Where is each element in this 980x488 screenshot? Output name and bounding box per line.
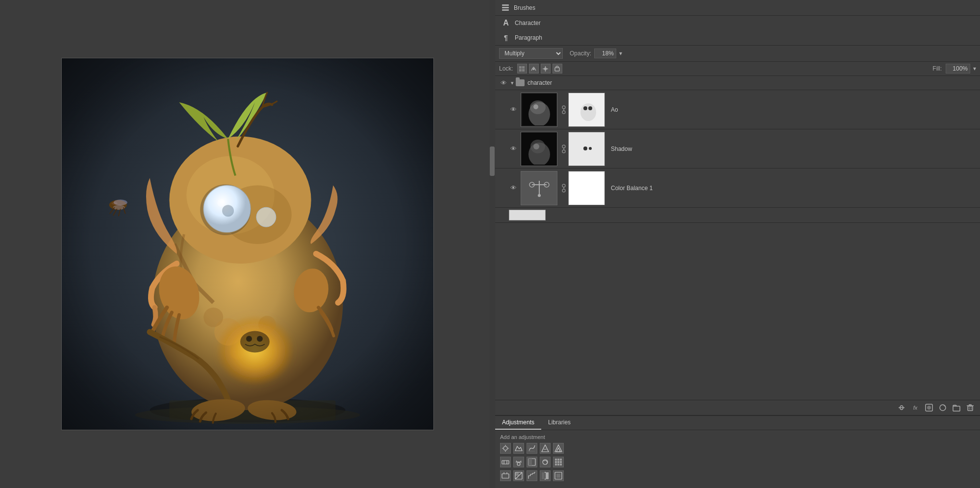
adj-add-label: Add an adjustment — [500, 434, 975, 440]
lock-position-btn[interactable] — [541, 64, 551, 73]
layer-shadow-thumbnail — [521, 132, 557, 166]
svg-point-57 — [580, 103, 596, 121]
opacity-label: Opacity: — [570, 50, 591, 57]
canvas-scrollbar-v[interactable] — [489, 0, 495, 488]
svg-rect-37 — [502, 4, 509, 6]
layer-ao-chain — [560, 105, 567, 114]
group-name: character — [528, 79, 552, 86]
layer-ao-name: Ao — [611, 106, 618, 113]
layer-ao-thumbnail — [521, 93, 557, 127]
svg-point-82 — [927, 406, 931, 410]
svg-rect-125 — [546, 472, 549, 479]
layer-cb-mask — [568, 171, 605, 205]
layer-item-colorbalance[interactable]: 👁 — [495, 169, 980, 208]
paragraph-item[interactable]: ¶ Paragraph — [495, 30, 980, 45]
svg-rect-100 — [502, 461, 509, 464]
adj-bw-icon[interactable] — [527, 457, 537, 467]
svg-rect-48 — [555, 68, 559, 71]
adj-brightness-icon[interactable] — [500, 443, 511, 454]
adj-selectivecolor-icon[interactable] — [553, 470, 564, 481]
blend-row: Multiply Opacity: ▾ — [495, 46, 980, 62]
adj-huesat-icon[interactable] — [500, 457, 511, 467]
adj-curves-icon[interactable] — [527, 443, 537, 454]
brushes-icon — [501, 3, 510, 12]
lock-artboard-btn[interactable] — [553, 64, 562, 73]
artwork-canvas[interactable] — [61, 58, 434, 430]
layer-cb-chain — [560, 184, 567, 193]
fill-input[interactable] — [946, 64, 970, 73]
layers-list[interactable]: 👁 — [495, 90, 980, 400]
svg-point-103 — [517, 463, 520, 465]
svg-rect-85 — [968, 406, 973, 411]
svg-rect-43 — [522, 69, 525, 72]
svg-rect-79 — [570, 172, 604, 204]
svg-rect-111 — [557, 459, 559, 461]
svg-rect-115 — [560, 461, 562, 463]
group-folder-icon — [516, 79, 525, 86]
layer-shadow-name: Shadow — [611, 146, 632, 152]
layer-shadow-visibility[interactable]: 👁 — [509, 145, 518, 153]
svg-point-64 — [562, 145, 565, 148]
brushes-header: Brushes — [495, 0, 980, 16]
adj-colorbalance-icon[interactable] — [513, 457, 524, 467]
svg-rect-112 — [560, 459, 562, 461]
character-item[interactable]: A Character — [495, 16, 980, 30]
canvas-scroll-thumb[interactable] — [490, 146, 495, 176]
svg-point-89 — [503, 446, 507, 450]
brushes-label: Brushes — [514, 4, 535, 11]
add-mask-icon[interactable] — [924, 403, 934, 413]
layer-ao-mask — [568, 93, 605, 127]
layer-fx-icon[interactable]: fx — [910, 403, 920, 413]
adj-threshold-icon[interactable] — [540, 470, 551, 481]
svg-rect-41 — [522, 66, 525, 69]
svg-rect-129 — [556, 474, 560, 478]
adj-invert-icon[interactable] — [513, 470, 524, 481]
tab-adjustments[interactable]: Adjustments — [495, 416, 541, 430]
blend-mode-select[interactable]: Multiply — [499, 48, 563, 59]
svg-rect-114 — [557, 461, 559, 463]
lock-image-btn[interactable] — [529, 64, 539, 73]
adj-colorlookup-icon[interactable] — [500, 470, 511, 481]
svg-rect-116 — [555, 464, 557, 465]
layer-item-ao[interactable]: 👁 — [495, 90, 980, 129]
layer-item-extra[interactable] — [495, 208, 980, 223]
new-group-icon[interactable] — [952, 403, 961, 413]
adj-photofilter-icon[interactable] — [540, 457, 551, 467]
adj-vibrance-icon[interactable] — [553, 443, 564, 454]
layers-footer: fx — [495, 400, 980, 415]
tab-libraries[interactable]: Libraries — [541, 416, 578, 430]
new-adjustment-icon[interactable] — [938, 403, 948, 413]
adj-icons-row-2 — [500, 457, 975, 467]
group-expand-icon[interactable]: ▾ — [511, 80, 514, 86]
layer-item-shadow[interactable]: 👁 — [495, 129, 980, 169]
adj-exposure-icon[interactable] — [540, 443, 551, 454]
canvas-area — [0, 0, 495, 488]
opacity-dropdown-icon[interactable]: ▾ — [619, 50, 622, 57]
adj-panel: Add an adjustment — [495, 430, 980, 488]
right-panel: Brushes A Character ¶ Paragraph Multiply… — [495, 0, 980, 488]
svg-rect-40 — [519, 66, 522, 69]
layer-cb-visibility[interactable]: 👁 — [509, 184, 518, 193]
svg-point-59 — [588, 106, 592, 110]
layers-section: Multiply Opacity: ▾ Lock: Fill: ▾ — [495, 46, 980, 488]
adj-levels-icon[interactable] — [513, 443, 524, 454]
svg-marker-96 — [542, 445, 549, 452]
opacity-input[interactable] — [594, 49, 616, 58]
layer-group-row[interactable]: 👁 ▾ character — [495, 76, 980, 90]
group-visibility-icon[interactable]: 👁 — [499, 78, 508, 87]
svg-point-44 — [533, 68, 535, 70]
delete-layer-icon[interactable] — [965, 403, 975, 413]
layer-ao-visibility[interactable]: 👁 — [509, 105, 518, 114]
character-label: Character — [515, 20, 541, 26]
adj-posterize-icon[interactable] — [527, 470, 537, 481]
lock-row: Lock: Fill: ▾ — [495, 62, 980, 76]
link-layers-icon[interactable] — [897, 403, 906, 413]
fill-dropdown-icon[interactable]: ▾ — [973, 65, 976, 72]
lock-label: Lock: — [499, 65, 513, 72]
lock-transparency-btn[interactable] — [517, 64, 527, 73]
svg-rect-42 — [519, 69, 522, 72]
svg-point-69 — [589, 147, 592, 150]
svg-rect-117 — [557, 464, 559, 465]
adj-channelmixer-icon[interactable] — [553, 457, 564, 467]
svg-rect-113 — [555, 461, 557, 463]
